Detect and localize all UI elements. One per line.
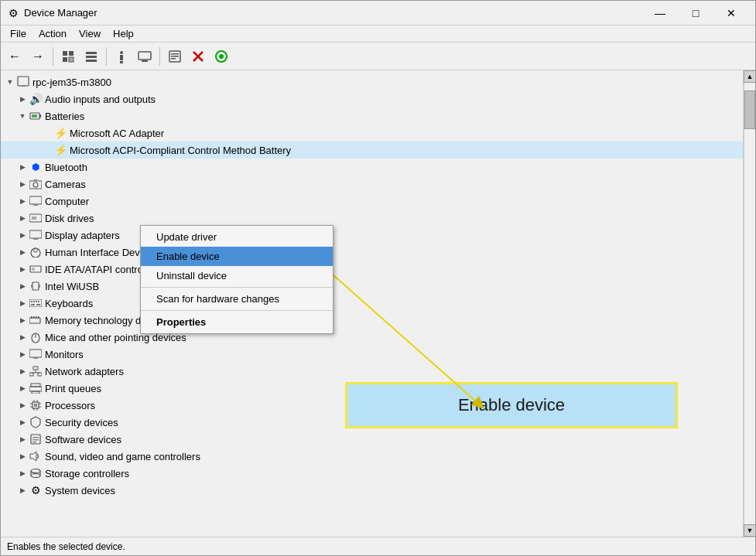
audio-label: Audio inputs and outputs: [45, 94, 156, 105]
tree-item-batteries[interactable]: ▼ Batteries: [1, 107, 743, 125]
svg-rect-32: [29, 230, 42, 238]
back-button[interactable]: ←: [4, 46, 26, 67]
maximize-button[interactable]: □: [678, 1, 713, 26]
intel-label: Intel WiUSB: [45, 281, 99, 292]
tree-item-storage[interactable]: ▶ Storage controllers: [1, 465, 743, 482]
ctx-separator-2: [141, 310, 333, 311]
title-bar: ⚙ Device Manager — □ ✕: [1, 1, 755, 26]
scan-button[interactable]: [210, 46, 232, 67]
window-title: Device Manager: [24, 7, 642, 19]
svg-rect-8: [120, 55, 123, 60]
bluetooth-expander[interactable]: ▶: [16, 161, 29, 173]
tree-item-monitors[interactable]: ▶ Monitors: [1, 346, 743, 363]
ctx-separator-1: [141, 287, 333, 288]
tree-item-sound[interactable]: ▶ Sound, video and game controllers: [1, 448, 743, 465]
svg-rect-67: [34, 404, 37, 407]
list-view-button[interactable]: [80, 46, 102, 67]
print-expander[interactable]: ▶: [16, 382, 29, 394]
processors-expander[interactable]: ▶: [16, 399, 29, 411]
tree-item-software[interactable]: ▶ Software devices: [1, 431, 743, 448]
software-expander[interactable]: ▶: [16, 433, 29, 445]
scroll-track[interactable]: [744, 83, 755, 524]
storage-icon: [29, 466, 43, 480]
svg-rect-48: [29, 318, 40, 323]
sound-expander[interactable]: ▶: [16, 450, 29, 462]
svg-marker-27: [33, 179, 38, 181]
tree-root[interactable]: ▼ rpc-jem35-m3800: [1, 73, 743, 90]
ide-expander[interactable]: ▶: [16, 263, 29, 275]
forward-button[interactable]: →: [27, 46, 49, 67]
memory-expander[interactable]: ▶: [16, 314, 29, 326]
close-button[interactable]: ✕: [713, 1, 749, 26]
context-menu: Update driver Enable device Uninstall de…: [140, 225, 334, 334]
svg-rect-3: [69, 57, 74, 62]
scroll-down-arrow[interactable]: ▼: [744, 524, 755, 537]
svg-rect-6: [86, 60, 97, 62]
keyboards-expander[interactable]: ▶: [16, 297, 29, 309]
tree-item-ms-acpi[interactable]: ▶ ⚡ Microsoft ACPI-Compliant Control Met…: [1, 142, 743, 159]
device-tree[interactable]: ▼ rpc-jem35-m3800 ▶ 🔊 Audio inputs and o…: [1, 70, 743, 537]
svg-rect-9: [120, 61, 123, 63]
svg-rect-4: [86, 52, 97, 54]
svg-rect-33: [33, 238, 38, 240]
menu-help[interactable]: Help: [107, 26, 140, 41]
cameras-expander[interactable]: ▶: [16, 178, 29, 190]
network-expander[interactable]: ▶: [16, 365, 29, 377]
tree-item-hid[interactable]: ▶ Human Interface Devices: [1, 244, 743, 261]
monitors-expander[interactable]: ▶: [16, 348, 29, 360]
menu-file[interactable]: File: [4, 26, 32, 41]
storage-expander[interactable]: ▶: [16, 467, 29, 479]
ctx-scan-hardware[interactable]: Scan for hardware changes: [141, 289, 333, 309]
ctx-uninstall-device[interactable]: Uninstall device: [141, 266, 333, 285]
tree-item-cameras[interactable]: ▶ Cameras: [1, 176, 743, 193]
show-hide-button[interactable]: [57, 46, 79, 67]
tree-item-ide[interactable]: ▶ IDE ATA/ATAPI controllers: [1, 261, 743, 278]
help-button[interactable]: [111, 46, 132, 67]
tree-item-display[interactable]: ▶ Display adapters: [1, 227, 743, 244]
ctx-enable-device[interactable]: Enable device: [141, 247, 333, 266]
display-expander[interactable]: ▶: [16, 229, 29, 241]
tree-item-system[interactable]: ▶ ⚙ System devices: [1, 482, 743, 499]
mice-expander[interactable]: ▶: [16, 331, 29, 343]
tree-item-disk[interactable]: ▶ Disk drives: [1, 210, 743, 227]
tree-item-computer[interactable]: ▶ Computer: [1, 193, 743, 210]
hid-expander[interactable]: ▶: [16, 246, 29, 258]
monitors-icon: [29, 347, 43, 361]
tree-item-intel[interactable]: ▶ Intel WiUSB: [1, 278, 743, 295]
root-label: rpc-jem35-m3800: [32, 77, 111, 88]
computer-button[interactable]: [134, 46, 156, 67]
tree-item-mice[interactable]: ▶ Mice and other pointing devices: [1, 329, 743, 346]
audio-expander[interactable]: ▶: [16, 93, 29, 105]
security-expander[interactable]: ▶: [16, 416, 29, 428]
tree-item-keyboards[interactable]: ▶ Keyboards: [1, 295, 743, 312]
scroll-thumb[interactable]: [744, 90, 755, 129]
svg-rect-41: [29, 299, 42, 307]
scrollbar[interactable]: ▲ ▼: [743, 70, 755, 537]
intel-expander[interactable]: ▶: [16, 280, 29, 292]
ctx-update-driver[interactable]: Update driver: [141, 227, 333, 247]
minimize-button[interactable]: —: [642, 1, 678, 26]
window-controls: — □ ✕: [642, 1, 749, 26]
annotation-text: Enable device: [458, 395, 565, 415]
menu-action[interactable]: Action: [32, 26, 73, 41]
menu-view[interactable]: View: [73, 26, 107, 41]
storage-label: Storage controllers: [45, 468, 129, 479]
disk-label: Disk drives: [45, 213, 94, 224]
tree-item-bluetooth[interactable]: ▶ ⬢ Bluetooth: [1, 159, 743, 176]
keyboards-icon: [29, 296, 43, 310]
scroll-up-arrow[interactable]: ▲: [744, 70, 755, 83]
tree-item-memory[interactable]: ▶ Memory technology devices: [1, 312, 743, 329]
batteries-expander[interactable]: ▼: [16, 110, 29, 122]
computer-expander[interactable]: ▶: [16, 195, 29, 207]
system-label: System devices: [45, 485, 115, 496]
system-expander[interactable]: ▶: [16, 484, 29, 496]
properties-button[interactable]: [164, 46, 186, 67]
ctx-properties[interactable]: Properties: [141, 312, 333, 332]
uninstall-button[interactable]: [187, 46, 209, 67]
tree-item-network[interactable]: ▶ Network adapters: [1, 363, 743, 380]
tree-item-audio[interactable]: ▶ 🔊 Audio inputs and outputs: [1, 90, 743, 107]
disk-expander[interactable]: ▶: [16, 212, 29, 224]
network-label: Network adapters: [45, 366, 124, 377]
root-expander[interactable]: ▼: [4, 76, 16, 88]
tree-item-ms-ac[interactable]: ▶ ⚡ Microsoft AC Adapter: [1, 125, 743, 142]
